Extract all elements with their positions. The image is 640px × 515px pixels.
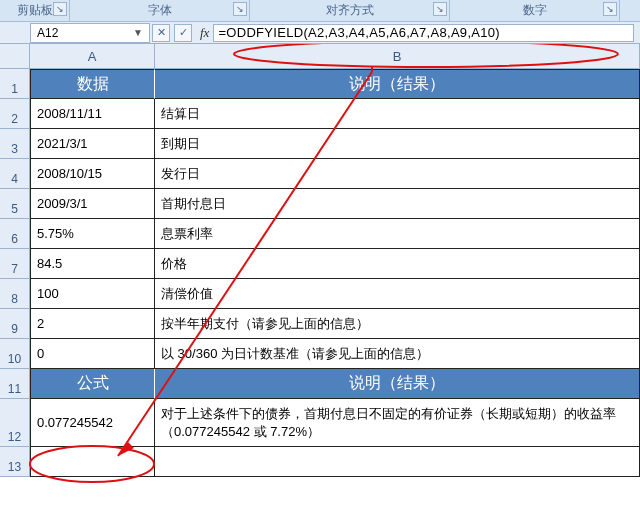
dialog-launcher-icon[interactable]: ↘ (603, 2, 617, 16)
row-headers: 12345678910111213 (0, 69, 30, 477)
cell[interactable]: 5.75% (30, 219, 155, 249)
table-row: 2008/10/15发行日 (30, 159, 640, 189)
table-row: 5.75%息票利率 (30, 219, 640, 249)
cell[interactable]: 以 30/360 为日计数基准（请参见上面的信息） (155, 339, 640, 369)
ribbon-group: 剪贴板↘ (0, 0, 70, 21)
name-box[interactable]: A12 ▼ (30, 23, 150, 43)
cell[interactable]: 对于上述条件下的债券，首期付息日不固定的有价证券（长期或短期）的收益率（0.07… (155, 399, 640, 447)
dialog-launcher-icon[interactable]: ↘ (433, 2, 447, 16)
table-row: 数据说明（结果） (30, 69, 640, 99)
cell[interactable]: 说明（结果） (155, 369, 640, 399)
ribbon-group-label: 数字 (523, 2, 547, 19)
row-header[interactable]: 6 (0, 219, 30, 249)
row-header[interactable]: 1 (0, 69, 30, 99)
cell[interactable]: 价格 (155, 249, 640, 279)
row-header[interactable]: 10 (0, 339, 30, 369)
table-row: 公式说明（结果） (30, 369, 640, 399)
ribbon-group: 对齐方式↘ (250, 0, 450, 21)
ribbon-group: 字体↘ (70, 0, 250, 21)
select-all-corner[interactable] (0, 44, 30, 69)
ribbon-group-labels: 剪贴板↘字体↘对齐方式↘数字↘ (0, 0, 640, 22)
column-header[interactable]: B (155, 44, 640, 69)
row-header[interactable]: 13 (0, 447, 30, 477)
table-row: 2009/3/1首期付息日 (30, 189, 640, 219)
ribbon-group-label: 剪贴板 (17, 2, 53, 19)
row-header[interactable]: 12 (0, 399, 30, 447)
row-header[interactable]: 8 (0, 279, 30, 309)
cell-grid[interactable]: 数据说明（结果）2008/11/11结算日2021/3/1到期日2008/10/… (30, 69, 640, 477)
row-header[interactable]: 2 (0, 99, 30, 129)
row-header[interactable]: 3 (0, 129, 30, 159)
accept-formula-icon[interactable]: ✓ (174, 24, 192, 42)
cell[interactable]: 2009/3/1 (30, 189, 155, 219)
row-header[interactable]: 4 (0, 159, 30, 189)
table-row: 2按半年期支付（请参见上面的信息） (30, 309, 640, 339)
cell[interactable]: 公式 (30, 369, 155, 399)
cell[interactable]: 到期日 (155, 129, 640, 159)
dialog-launcher-icon[interactable]: ↘ (53, 2, 67, 16)
table-row (30, 447, 640, 477)
cell[interactable]: 100 (30, 279, 155, 309)
cell[interactable]: 清偿价值 (155, 279, 640, 309)
ribbon-group: 数字↘ (450, 0, 620, 21)
row-header[interactable]: 9 (0, 309, 30, 339)
cell[interactable]: 84.5 (30, 249, 155, 279)
cell[interactable]: 2 (30, 309, 155, 339)
row-header[interactable]: 7 (0, 249, 30, 279)
cell[interactable]: 首期付息日 (155, 189, 640, 219)
cell[interactable]: 2021/3/1 (30, 129, 155, 159)
cell[interactable]: 说明（结果） (155, 69, 640, 99)
formula-bar: A12 ▼ ✕ ✓ fx (0, 22, 640, 44)
cell[interactable]: 0 (30, 339, 155, 369)
name-box-value: A12 (37, 26, 58, 40)
ribbon-group-label: 字体 (148, 2, 172, 19)
row-header[interactable]: 11 (0, 369, 30, 399)
cell[interactable]: 0.077245542 (30, 399, 155, 447)
column-headers: AB (30, 44, 640, 69)
cell[interactable]: 按半年期支付（请参见上面的信息） (155, 309, 640, 339)
row-header[interactable]: 5 (0, 189, 30, 219)
cell[interactable]: 2008/11/11 (30, 99, 155, 129)
cell[interactable] (155, 447, 640, 477)
cell[interactable]: 2008/10/15 (30, 159, 155, 189)
cell[interactable] (30, 447, 155, 477)
table-row: 0.077245542对于上述条件下的债券，首期付息日不固定的有价证券（长期或短… (30, 399, 640, 447)
worksheet[interactable]: AB 12345678910111213 数据说明（结果）2008/11/11结… (0, 44, 640, 515)
ribbon-group-label: 对齐方式 (326, 2, 374, 19)
cancel-formula-icon[interactable]: ✕ (152, 24, 170, 42)
cell[interactable]: 息票利率 (155, 219, 640, 249)
table-row: 84.5价格 (30, 249, 640, 279)
table-row: 100清偿价值 (30, 279, 640, 309)
table-row: 2008/11/11结算日 (30, 99, 640, 129)
fx-icon[interactable]: fx (200, 25, 209, 41)
dialog-launcher-icon[interactable]: ↘ (233, 2, 247, 16)
formula-input[interactable] (213, 24, 634, 42)
cell[interactable]: 数据 (30, 69, 155, 99)
column-header[interactable]: A (30, 44, 155, 69)
table-row: 0以 30/360 为日计数基准（请参见上面的信息） (30, 339, 640, 369)
cell[interactable]: 结算日 (155, 99, 640, 129)
cell[interactable]: 发行日 (155, 159, 640, 189)
chevron-down-icon[interactable]: ▼ (133, 27, 143, 38)
table-row: 2021/3/1到期日 (30, 129, 640, 159)
